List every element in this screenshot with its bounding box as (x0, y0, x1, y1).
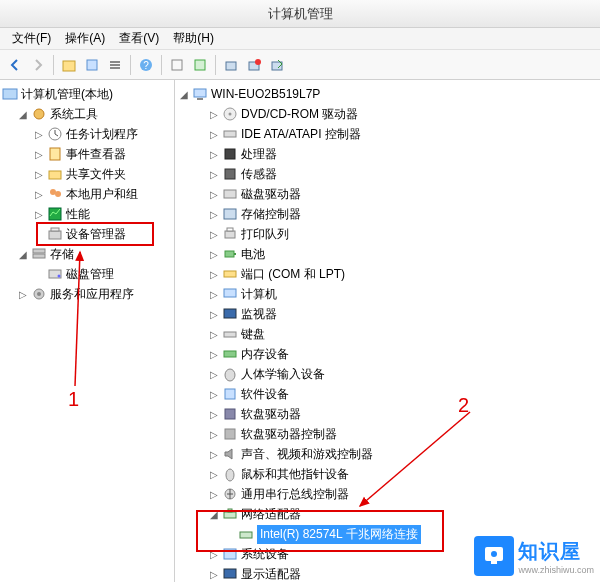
list-button[interactable] (104, 54, 126, 76)
mouse-icon (222, 466, 238, 482)
node-users[interactable]: ▷ 本地用户和组 (2, 184, 172, 204)
expander-icon[interactable]: ▷ (32, 207, 46, 221)
device-root[interactable]: ◢ WIN-EUO2B519L7P (177, 84, 598, 104)
nic-icon (238, 526, 254, 542)
svg-point-47 (225, 369, 235, 381)
menu-action[interactable]: 操作(A) (59, 28, 111, 49)
expander-icon[interactable]: ▷ (207, 427, 221, 441)
prop-button[interactable] (81, 54, 103, 76)
svg-point-32 (229, 113, 232, 116)
expander-icon[interactable]: ▷ (207, 327, 221, 341)
expander-icon[interactable]: ◢ (207, 507, 221, 521)
node-dvd[interactable]: ▷DVD/CD-ROM 驱动器 (177, 104, 598, 124)
node-hid[interactable]: ▷人体学输入设备 (177, 364, 598, 384)
expander-icon[interactable]: ▷ (32, 167, 46, 181)
expander-icon[interactable]: ▷ (207, 147, 221, 161)
expander-icon[interactable]: ▷ (207, 487, 221, 501)
node-floppy[interactable]: ▷软盘驱动器 (177, 404, 598, 424)
node-sensor[interactable]: ▷传感器 (177, 164, 598, 184)
expander-icon[interactable]: ▷ (207, 567, 221, 581)
up-button[interactable] (58, 54, 80, 76)
node-event[interactable]: ▷ 事件查看器 (2, 144, 172, 164)
node-storagectl[interactable]: ▷存储控制器 (177, 204, 598, 224)
menu-help[interactable]: 帮助(H) (167, 28, 220, 49)
svg-rect-62 (491, 561, 497, 564)
tb-5[interactable] (166, 54, 188, 76)
node-sound[interactable]: ▷声音、视频和游戏控制器 (177, 444, 598, 464)
node-share[interactable]: ▷ 共享文件夹 (2, 164, 172, 184)
expander-icon[interactable]: ▷ (207, 367, 221, 381)
expander-icon[interactable]: ▷ (32, 147, 46, 161)
tb-7[interactable] (220, 54, 242, 76)
node-usb[interactable]: ▷通用串行总线控制器 (177, 484, 598, 504)
node-task[interactable]: ▷ 任务计划程序 (2, 124, 172, 144)
expander-icon[interactable]: ▷ (207, 547, 221, 561)
expander-icon[interactable]: ▷ (32, 127, 46, 141)
expander-icon[interactable]: ▷ (207, 387, 221, 401)
expander-icon[interactable]: ▷ (207, 247, 221, 261)
node-cpu[interactable]: ▷处理器 (177, 144, 598, 164)
node-floppyctl[interactable]: ▷软盘驱动器控制器 (177, 424, 598, 444)
sensor-icon (222, 166, 238, 182)
node-storage[interactable]: ◢ 存储 (2, 244, 172, 264)
expander-icon[interactable]: ◢ (177, 87, 191, 101)
expander-icon[interactable]: ▷ (207, 307, 221, 321)
tb-6[interactable] (189, 54, 211, 76)
floppy-icon (222, 406, 238, 422)
expander-icon[interactable]: ▷ (207, 447, 221, 461)
hid-icon (222, 366, 238, 382)
svg-rect-53 (224, 512, 236, 518)
tb-8[interactable] (243, 54, 265, 76)
expander-icon[interactable]: ▷ (16, 287, 30, 301)
expander-icon[interactable]: ▷ (207, 347, 221, 361)
help-button[interactable]: ? (135, 54, 157, 76)
node-systools[interactable]: ◢ 系统工具 (2, 104, 172, 124)
network-icon (222, 506, 238, 522)
expander-icon[interactable]: ▷ (207, 187, 221, 201)
node-battery[interactable]: ▷电池 (177, 244, 598, 264)
node-perf[interactable]: ▷ 性能 (2, 204, 172, 224)
svg-rect-45 (224, 332, 236, 337)
menu-view[interactable]: 查看(V) (113, 28, 165, 49)
expander-icon[interactable]: ▷ (207, 207, 221, 221)
expander-icon[interactable]: ▷ (207, 267, 221, 281)
svg-rect-37 (224, 209, 236, 219)
svg-point-26 (58, 275, 61, 278)
expander-icon[interactable]: ▷ (207, 227, 221, 241)
expander-icon[interactable]: ▷ (32, 187, 46, 201)
storagectl-icon (222, 206, 238, 222)
expander-icon[interactable]: ◢ (16, 247, 30, 261)
expander-icon[interactable]: ▷ (207, 467, 221, 481)
expander-icon[interactable]: ▷ (207, 107, 221, 121)
node-computer[interactable]: ▷计算机 (177, 284, 598, 304)
node-memory[interactable]: ▷内存设备 (177, 344, 598, 364)
node-services[interactable]: ▷ 服务和应用程序 (2, 284, 172, 304)
svg-rect-21 (49, 231, 61, 239)
expander-icon[interactable]: ▷ (207, 127, 221, 141)
node-software[interactable]: ▷软件设备 (177, 384, 598, 404)
node-netadapter[interactable]: ◢ 网络适配器 (177, 504, 598, 524)
menu-file[interactable]: 文件(F) (6, 28, 57, 49)
node-devmgr[interactable]: 设备管理器 (2, 224, 172, 244)
node-printq[interactable]: ▷打印队列 (177, 224, 598, 244)
node-ide[interactable]: ▷IDE ATA/ATAPI 控制器 (177, 124, 598, 144)
expander-icon[interactable]: ▷ (207, 287, 221, 301)
node-disk[interactable]: 磁盘管理 (2, 264, 172, 284)
expander-icon[interactable]: ▷ (207, 167, 221, 181)
node-root[interactable]: 计算机管理(本地) (2, 84, 172, 104)
node-monitor[interactable]: ▷监视器 (177, 304, 598, 324)
perf-icon (47, 206, 63, 222)
expander-icon[interactable]: ▷ (207, 407, 221, 421)
svg-rect-2 (110, 61, 120, 63)
tb-9[interactable] (266, 54, 288, 76)
node-ports[interactable]: ▷端口 (COM 和 LPT) (177, 264, 598, 284)
back-button[interactable] (4, 54, 26, 76)
node-diskdrive[interactable]: ▷磁盘驱动器 (177, 184, 598, 204)
forward-button[interactable] (27, 54, 49, 76)
svg-rect-30 (197, 98, 203, 100)
node-keyboard[interactable]: ▷键盘 (177, 324, 598, 344)
dvd-icon (222, 106, 238, 122)
node-mouse[interactable]: ▷鼠标和其他指针设备 (177, 464, 598, 484)
expander-icon[interactable]: ◢ (16, 107, 30, 121)
sound-icon (222, 446, 238, 462)
